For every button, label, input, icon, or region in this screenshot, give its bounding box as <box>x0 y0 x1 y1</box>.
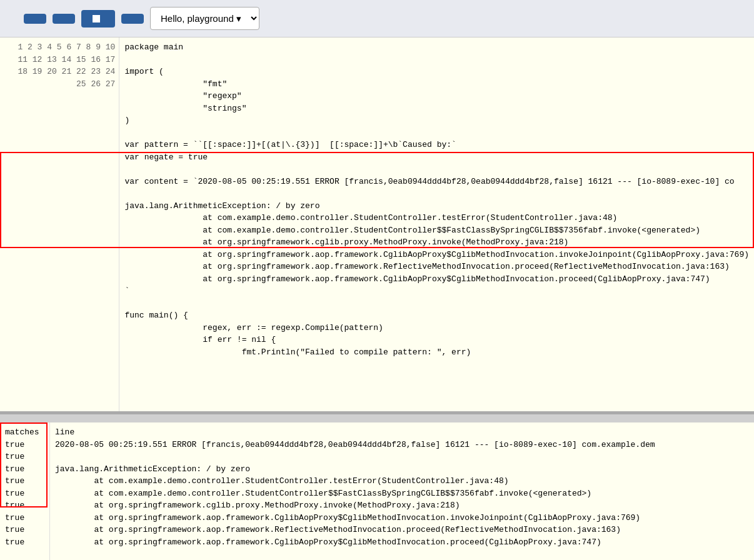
output-matches-col: matches true true true true true true tr… <box>0 422 50 560</box>
run-button[interactable] <box>24 14 46 24</box>
code-container[interactable]: 1 2 3 4 5 6 7 8 9 10 11 12 13 14 15 16 1… <box>0 38 754 411</box>
share-button[interactable] <box>121 14 144 24</box>
format-button[interactable] <box>53 14 75 24</box>
imports-button[interactable] <box>81 10 115 28</box>
code-content[interactable]: package main import ( "fmt" "regexp" "st… <box>119 38 754 411</box>
output-content[interactable]: line 2020-08-05 00:25:19.551 ERROR [fran… <box>50 422 754 560</box>
stop-icon <box>93 15 100 22</box>
editor-area: 1 2 3 4 5 6 7 8 9 10 11 12 13 14 15 16 1… <box>0 38 754 414</box>
example-dropdown[interactable]: Hello, playground ▾ <box>150 7 259 30</box>
output-container[interactable]: matches true true true true true true tr… <box>0 422 754 560</box>
main-layout: 1 2 3 4 5 6 7 8 9 10 11 12 13 14 15 16 1… <box>0 38 754 560</box>
output-area: matches true true true true true true tr… <box>0 422 754 560</box>
horizontal-scrollbar[interactable] <box>0 414 754 422</box>
header: Hello, playground ▾ <box>0 0 754 38</box>
line-numbers: 1 2 3 4 5 6 7 8 9 10 11 12 13 14 15 16 1… <box>0 38 119 411</box>
